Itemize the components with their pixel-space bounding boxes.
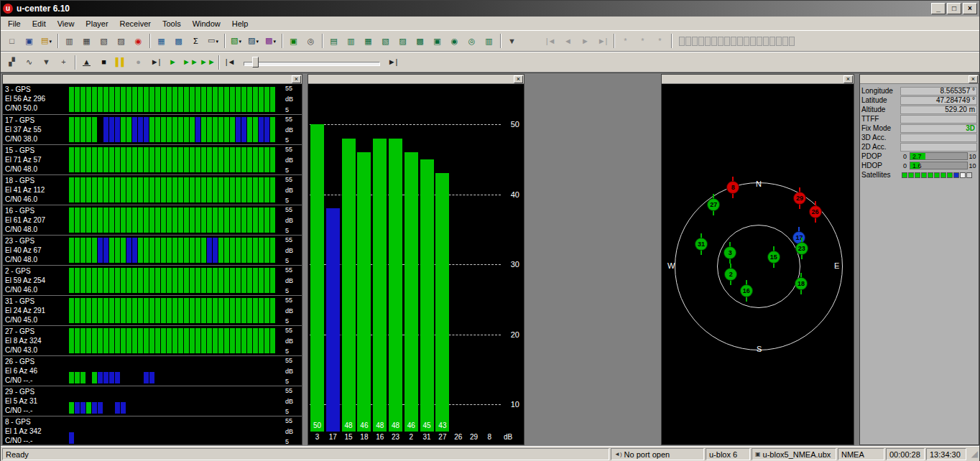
pointer-tool-icon[interactable]: +	[55, 55, 72, 70]
step-first-icon: |◄	[542, 33, 559, 49]
signal-bar	[236, 87, 241, 112]
play-icon[interactable]: ►	[165, 55, 181, 70]
app-logo-icon: u	[3, 4, 13, 14]
status-receiver-text: u-blox 6	[709, 450, 737, 459]
scale-bot: 5	[285, 227, 300, 234]
pause-icon[interactable]: ▌▌	[113, 55, 129, 70]
signal-bar	[92, 328, 97, 353]
data-value: 47.284749 °	[900, 96, 977, 105]
histogram-view-icon[interactable]: ▩▾	[262, 33, 279, 49]
minimize-button[interactable]: _	[931, 3, 946, 14]
close-panel-icon[interactable]: ×	[292, 75, 301, 83]
signal-bar	[264, 238, 269, 263]
sat-elevation-azimuth: El 59 Az 254	[5, 276, 69, 285]
jump-end-icon[interactable]: ►|	[384, 55, 401, 70]
events-view-icon[interactable]: ▧	[377, 33, 394, 49]
step-icon[interactable]: ►|	[147, 55, 164, 70]
signal-bar	[126, 298, 131, 323]
signal-bar	[184, 328, 189, 353]
sat-signal-bars	[69, 266, 283, 295]
chart-view-icon[interactable]: ▧▾	[228, 33, 244, 49]
resize-grip[interactable]: ◢	[968, 448, 978, 460]
configuration-view-icon[interactable]: ▩	[170, 33, 187, 49]
text-console-icon[interactable]: ▦	[360, 33, 376, 49]
firmware-update-icon[interactable]: ▼	[504, 33, 520, 49]
docking-windows-icon[interactable]: ▥	[481, 33, 497, 49]
signal-bar	[247, 298, 252, 323]
cno-chart-plot: 1020304050503174815461848164823462453143…	[308, 84, 524, 445]
menu-view[interactable]: View	[52, 18, 80, 29]
new-file-icon[interactable]: □	[4, 33, 20, 49]
play-all-icon[interactable]: ►►	[199, 55, 216, 70]
stop-icon[interactable]: ■	[96, 55, 112, 70]
scale-top: 55	[285, 85, 300, 92]
statistics-view-icon[interactable]: ▨	[394, 33, 411, 49]
signal-bar	[230, 268, 235, 293]
sum-icon[interactable]: Σ	[188, 33, 204, 49]
signal-bar	[241, 298, 246, 323]
packet-console-icon[interactable]: ▤	[325, 33, 342, 49]
signal-bar	[190, 268, 195, 293]
jump-start-icon[interactable]: |◄	[222, 55, 239, 70]
record-settings-icon: *	[617, 33, 634, 49]
print-preview-icon[interactable]: ▦	[78, 33, 95, 49]
signal-bar	[178, 208, 183, 233]
toolbar-separator	[224, 34, 226, 48]
cno-value-label: 50	[310, 422, 324, 429]
signal-bar	[201, 87, 206, 112]
dark-chart-view-icon[interactable]: ▨▾	[245, 33, 262, 49]
view-dropdown-icon[interactable]: ▼	[38, 55, 55, 70]
menu-receiver[interactable]: Receiver	[114, 18, 157, 29]
binary-console-icon[interactable]: ▥	[343, 33, 359, 49]
scale-bot: 5	[285, 408, 300, 415]
menu-file[interactable]: File	[2, 18, 27, 29]
waveform-icon[interactable]: ∿	[21, 55, 37, 70]
eject-icon[interactable]: ▲	[78, 55, 95, 70]
progress-segment	[705, 37, 711, 46]
signal-bar	[149, 238, 154, 263]
paste-icon[interactable]: ▨	[113, 33, 129, 49]
maximize-button[interactable]: □	[947, 3, 961, 14]
close-panel-icon[interactable]: ×	[514, 75, 523, 83]
signal-bar	[259, 147, 264, 172]
status-logfile-text: u-blox5_NMEA.ubx	[763, 450, 831, 459]
data-label: Longitude	[861, 87, 900, 95]
signal-bar	[98, 208, 103, 233]
menu-tools[interactable]: Tools	[157, 18, 187, 29]
slider-handle[interactable]	[252, 57, 259, 67]
open-icon[interactable]: ▤▾	[38, 33, 55, 49]
messages-view-icon[interactable]: ▦	[153, 33, 170, 49]
dock-icon[interactable]: ▞	[4, 55, 20, 70]
menu-edit[interactable]: Edit	[27, 18, 52, 29]
toolbar-separator	[149, 34, 151, 48]
signal-bar	[69, 328, 74, 353]
fast-forward-icon[interactable]: ►►	[182, 55, 198, 70]
signal-bar	[69, 238, 74, 263]
player-position-slider[interactable]	[244, 56, 380, 69]
menu-player[interactable]: Player	[80, 18, 114, 29]
menu-window[interactable]: Window	[187, 18, 226, 29]
title-bar[interactable]: u u-center 6.10 _ □ ×	[1, 1, 979, 17]
close-button[interactable]: ×	[963, 3, 977, 14]
print-icon[interactable]: ▥	[61, 33, 78, 49]
table-view-icon[interactable]: ▩	[412, 33, 428, 49]
camera-view-icon[interactable]: ◎	[302, 33, 319, 49]
signal-bar	[161, 268, 166, 293]
deviation-map-icon[interactable]: ◎	[463, 33, 480, 49]
sky-view-icon[interactable]: ◉	[446, 33, 463, 49]
signal-bar	[126, 328, 131, 353]
data-label: TTFF	[861, 115, 900, 123]
save-icon[interactable]: ▣	[21, 33, 37, 49]
signal-bar	[155, 147, 160, 172]
dropdown-caret-icon: ▾	[239, 39, 241, 44]
ublox-logo-icon[interactable]: ◉	[130, 33, 147, 49]
console-view-icon[interactable]: ▣	[285, 33, 302, 49]
close-panel-icon[interactable]: ×	[843, 75, 853, 83]
copy-icon[interactable]: ▧	[96, 33, 112, 49]
chart-window-icon[interactable]: ▣	[429, 33, 445, 49]
menu-help[interactable]: Help	[226, 18, 254, 29]
close-panel-icon[interactable]: ×	[969, 75, 978, 83]
view-selector-icon[interactable]: ▭▾	[205, 33, 221, 49]
progress-segments	[679, 37, 795, 46]
signal-bar	[230, 117, 235, 142]
